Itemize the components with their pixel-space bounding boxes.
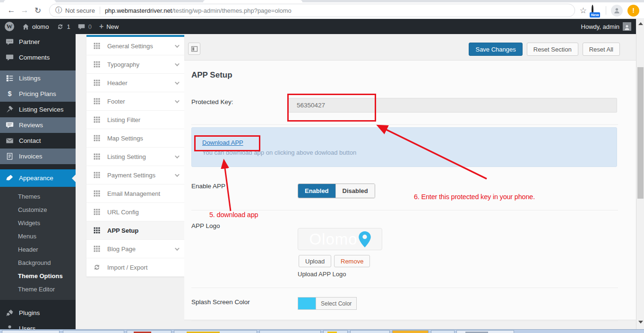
sidebar-item-plugins[interactable]: Plugins <box>0 305 76 321</box>
sidebar-item-listing-services[interactable]: Listing Services <box>0 102 76 117</box>
scrollbar[interactable] <box>636 19 644 329</box>
annotation-box-protected-key <box>287 94 376 122</box>
taskbar-window-button[interactable] <box>259 330 321 333</box>
taskbar-window-button[interactable] <box>431 330 455 333</box>
disabled-option[interactable]: Disabled <box>335 184 375 198</box>
extension-icon[interactable]: New <box>592 6 601 15</box>
scroll-up-arrow[interactable] <box>638 22 643 25</box>
scroll-thumb[interactable] <box>637 67 644 199</box>
settings-menu-item-footer[interactable]: Footer <box>86 92 184 111</box>
submenu-item-menus[interactable]: Menus <box>0 230 76 243</box>
sidebar-item-partner[interactable]: Partner <box>0 34 76 50</box>
save-changes-button[interactable]: Save Changes <box>469 43 522 56</box>
select-color-button[interactable]: Select Color <box>316 297 357 310</box>
home-icon <box>22 23 29 30</box>
color-swatch[interactable] <box>298 297 316 310</box>
extension-new-badge: New <box>590 12 600 18</box>
scroll-down-arrow[interactable] <box>638 321 643 324</box>
url-host: php.webmasterdriver.net <box>105 7 172 14</box>
sidebar-toggle-button[interactable] <box>188 43 200 55</box>
settings-menu-item-payment-settings[interactable]: Payment Settings <box>86 166 184 184</box>
taskbar-window-button[interactable] <box>323 330 348 333</box>
grid9-icon <box>93 189 101 198</box>
settings-menu-item-header[interactable]: Header <box>86 74 184 92</box>
appearance-submenu: ThemesCustomizeWidgetsMenusHeaderBackgro… <box>0 187 76 300</box>
settings-menu-item-app-setup[interactable]: APP Setup <box>86 221 184 240</box>
sync-icon <box>93 263 101 272</box>
settings-menu-item-typography[interactable]: Typography <box>86 55 184 74</box>
pin-icon <box>5 105 14 114</box>
reset-all-button[interactable]: Reset All <box>583 43 620 56</box>
windows-taskbar[interactable] <box>0 329 644 333</box>
taskbar-window-button[interactable] <box>174 330 257 333</box>
chevron-down-icon <box>175 98 180 103</box>
settings-menu-item-import-export[interactable]: Import / Export <box>86 258 184 277</box>
grid9-icon <box>93 42 101 50</box>
refresh-icon[interactable]: ↻ <box>31 4 44 17</box>
account-menu[interactable]: Howdy, admin <box>581 22 631 31</box>
sidebar-item-pricing-plans[interactable]: $Pricing Plans <box>0 86 76 102</box>
sidebar-item-comments[interactable]: Comments <box>0 50 76 65</box>
sidebar-item-label: Invoices <box>19 153 43 160</box>
info-icon[interactable]: ⓘ <box>55 6 62 15</box>
settings-menu-item-general-settings[interactable]: General Settings <box>86 37 184 55</box>
submenu-item-header[interactable]: Header <box>0 243 76 256</box>
taskbar-window-button[interactable] <box>350 330 390 333</box>
submenu-item-widgets[interactable]: Widgets <box>0 217 76 230</box>
sidebar-item-listings[interactable]: Listings <box>0 70 76 86</box>
submenu-item-customize[interactable]: Customize <box>0 203 76 217</box>
sidebar-item-users[interactable]: Users <box>0 321 76 329</box>
taskbar-window-button[interactable] <box>456 330 514 333</box>
toolbar-divider <box>606 6 606 15</box>
url-path: /testing/wp-admin/themes.php?page=olomo <box>172 7 292 14</box>
enable-app-toggle: Enabled Disabled <box>298 184 375 198</box>
grid9-icon <box>93 171 101 179</box>
submenu-item-themes[interactable]: Themes <box>0 190 76 203</box>
logo-text: Olomo <box>309 230 357 248</box>
settings-menu-label: General Settings <box>107 43 153 50</box>
new-label: New <box>106 23 119 30</box>
settings-menu-label: URL Config <box>107 209 139 216</box>
settings-menu-item-map-settings[interactable]: Map Settings <box>86 129 184 148</box>
back-icon[interactable]: ← <box>5 4 18 17</box>
submenu-item-theme-editor[interactable]: Theme Editor <box>0 283 76 296</box>
reset-section-button[interactable]: Reset Section <box>527 43 578 56</box>
settings-menu-label: Payment Settings <box>107 172 155 179</box>
comments-menu[interactable]: 0 <box>78 23 92 30</box>
sidebar-item-invoices[interactable]: Invoices <box>0 149 76 164</box>
sidebar-item-appearance[interactable]: Appearance <box>0 169 76 187</box>
settings-menu-item-url-config[interactable]: URL Config <box>86 203 184 221</box>
comment-text-icon <box>5 121 14 130</box>
settings-menu-label: Listing Filter <box>107 116 140 123</box>
sidebar-item-label: Plugins <box>19 309 40 316</box>
settings-menu-item-listing-setting[interactable]: Listing Setting <box>86 148 184 166</box>
forward-icon[interactable]: → <box>18 4 31 17</box>
settings-menu-item-blog-page[interactable]: Blog Page <box>86 240 184 258</box>
taskbar-window-button[interactable] <box>392 330 429 333</box>
taskbar-window-button[interactable] <box>63 330 124 333</box>
browser-alert-badge[interactable]: ! <box>627 5 639 17</box>
submenu-item-background[interactable]: Background <box>0 256 76 270</box>
enabled-option[interactable]: Enabled <box>298 184 335 198</box>
updates-menu[interactable]: 1 <box>56 23 70 30</box>
address-bar[interactable]: ⓘ Not secure php.webmasterdriver.net /te… <box>49 4 575 17</box>
upload-button[interactable]: Upload <box>299 255 331 267</box>
wp-logo-menu[interactable]: W <box>5 22 14 31</box>
site-name-menu[interactable]: olomo <box>22 23 49 30</box>
taskbar-window-button[interactable] <box>127 330 172 333</box>
settings-menu-item-email-management[interactable]: Email Management <box>86 184 184 203</box>
remove-button[interactable]: Remove <box>334 255 370 267</box>
bookmark-star-icon[interactable]: ☆ <box>580 6 587 16</box>
settings-menu-item-listing-filter[interactable]: Listing Filter <box>86 111 184 129</box>
plus-icon: + <box>99 22 103 31</box>
divider <box>191 288 618 288</box>
settings-menu-label: Email Management <box>107 190 160 197</box>
howdy-text: Howdy, admin <box>581 23 619 30</box>
sidebar-item-contact[interactable]: Contact <box>0 133 76 149</box>
new-menu[interactable]: + New <box>99 22 119 31</box>
submenu-item-theme-options[interactable]: Theme Options <box>0 270 76 283</box>
taskbar-window-button[interactable] <box>2 330 60 333</box>
profile-avatar[interactable] <box>611 5 623 17</box>
sidebar-item-reviews[interactable]: Reviews <box>0 117 76 133</box>
sidebar-item-label: Appearance <box>19 175 53 182</box>
